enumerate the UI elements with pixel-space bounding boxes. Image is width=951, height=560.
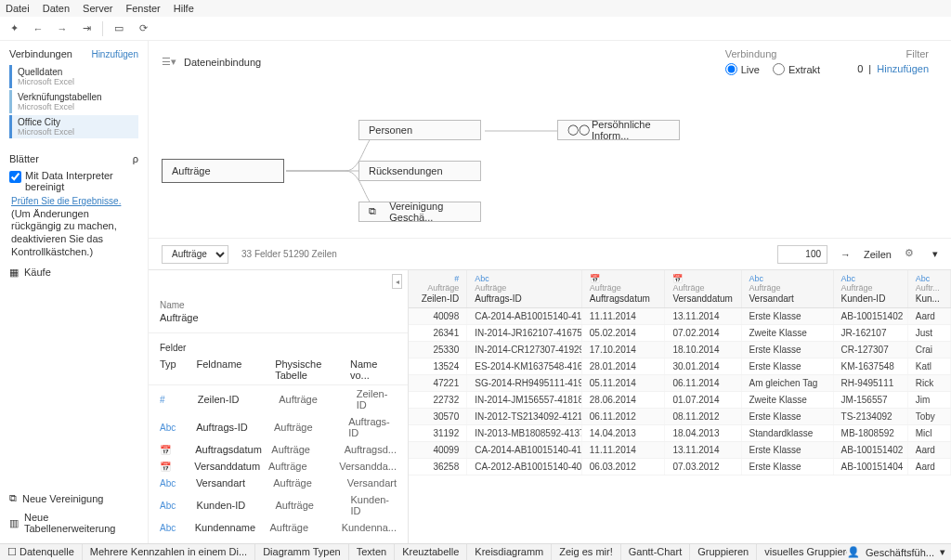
field-row[interactable]: 📅AuftragsdatumAufträgeAuftragsd...	[149, 441, 408, 458]
settings-icon[interactable]: ⚙	[905, 247, 919, 262]
connections-header: Verbindungen	[9, 48, 72, 59]
table-row[interactable]: 47221SG-2014-RH9495111-4194805.11.201406…	[409, 375, 951, 392]
sheet-tab[interactable]: Kreisdiagramm	[467, 544, 552, 561]
table-row[interactable]: 13524ES-2014-KM1637548-4166728.01.201430…	[409, 358, 951, 375]
sheet-tab[interactable]: Mehrere Kennzahlen in einem Di...	[83, 544, 255, 561]
column-header[interactable]: AbcAufträgeKunden-ID	[834, 270, 908, 307]
add-connection-link[interactable]: Hinzufügen	[91, 49, 138, 59]
table-row[interactable]: 31192IN-2013-MB1808592-4137814.04.201318…	[409, 425, 951, 442]
column-header[interactable]: 📅AufträgeAuftragsdatum	[582, 270, 666, 307]
sheet-tab[interactable]: visuelles Gruppieren	[757, 544, 847, 561]
table-row[interactable]: 25330IN-2014-CR127307-4192917.10.201418.…	[409, 342, 951, 358]
new-union-button[interactable]: ⧉ Neue Vereinigung	[9, 492, 138, 504]
connection-type-label: Verbindung	[725, 48, 820, 59]
field-row[interactable]: 📅VersanddatumAufträgeVersandda...	[149, 458, 408, 475]
interpreter-results-link[interactable]: Prüfen Sie die Ergebnisse.	[11, 196, 121, 206]
connection-item-selected[interactable]: Office City Microsoft Excel	[9, 115, 138, 138]
sheets-header: Blätter	[9, 153, 39, 164]
node-rucksendungen[interactable]: Rücksendungen	[358, 161, 481, 181]
connection-item[interactable]: Verknüfungstabellen Microsoft Excel	[9, 90, 138, 113]
sidebar: Verbindungen Hinzufügen Quelldaten Micro…	[0, 41, 149, 543]
column-header[interactable]: 📅AufträgeVersanddatum	[665, 270, 741, 307]
column-header[interactable]: AbcAufträgeVersandart	[742, 270, 834, 307]
node-personen[interactable]: Personen	[358, 120, 481, 140]
sheet-tab[interactable]: Gruppieren	[690, 544, 757, 561]
fields-panel: ◂ Name Aufträge Felder TypFeldnamePhysis…	[149, 270, 409, 543]
node-auftrage[interactable]: Aufträge	[162, 159, 284, 183]
mid-controls: Aufträge 33 Felder 51290 Zeilen → Zeilen…	[149, 238, 951, 269]
join-icon: ◯◯	[567, 124, 586, 137]
sheet-tabs: ☐ Datenquelle Mehrere Kennzahlen in eine…	[0, 543, 951, 560]
new-table-ext-button[interactable]: ▥ Neue Tabellenerweiterung	[9, 512, 138, 534]
search-icon[interactable]: ρ	[133, 153, 138, 164]
dropdown-icon[interactable]: ☰▾	[162, 56, 176, 68]
table-select[interactable]: Aufträge	[162, 245, 228, 264]
filter-count: 0	[857, 63, 863, 74]
node-vereinigung[interactable]: ⧉Vereinigung Geschä...	[358, 202, 481, 222]
refresh-icon[interactable]: ⟳	[135, 20, 151, 37]
field-row[interactable]: AbcAuftrags-IDAufträgeAuftrags-ID	[149, 413, 408, 441]
table-row[interactable]: 36258CA-2012-AB10015140-4097406.03.20120…	[409, 459, 951, 475]
name-value: Aufträge	[149, 312, 408, 333]
relationship-diagram: Aufträge Personen Rücksendungen ⧉Vereini…	[149, 75, 951, 238]
filter-add-link[interactable]: Hinzufügen	[877, 63, 929, 74]
table-row[interactable]: 22732IN-2014-JM156557-4181828.06.201401.…	[409, 392, 951, 409]
page-title: ☰▾ Dateneinbindung	[162, 56, 261, 68]
table-meta: 33 Felder 51290 Zeilen	[241, 249, 337, 259]
sheet-tab[interactable]: Gantt-Chart	[621, 544, 690, 561]
menu-bar: Datei Daten Server Fenster Hilfe	[0, 0, 951, 17]
collapse-left-icon[interactable]: ◂	[392, 274, 402, 289]
sheet-tab[interactable]: Kreuztabelle	[395, 544, 467, 561]
name-label: Name	[149, 293, 408, 312]
menu-window[interactable]: Fenster	[125, 3, 160, 14]
table-row[interactable]: 40099CA-2014-AB10015140-4195411.11.20141…	[409, 442, 951, 459]
union-icon: ⧉	[369, 205, 384, 218]
table-icon: ▦	[9, 267, 19, 279]
menu-file[interactable]: Datei	[6, 3, 30, 14]
column-header[interactable]: #AufträgeZeilen-ID	[409, 270, 467, 307]
union-icon: ⧉	[9, 492, 17, 504]
sheet-tab[interactable]: Zeig es mir!	[552, 544, 620, 561]
monitor-icon[interactable]: ▭	[111, 20, 127, 37]
live-radio[interactable]: Live	[725, 63, 760, 75]
menu-data[interactable]: Daten	[43, 3, 70, 14]
table-ext-icon: ▥	[9, 517, 19, 529]
data-interpreter-label: Mit Data Interpreter bereinigt	[25, 170, 138, 192]
column-header[interactable]: AbcAufträgeAuftrags-ID	[467, 270, 582, 307]
rows-arrow-icon[interactable]: →	[840, 249, 851, 260]
forward-icon[interactable]: →	[54, 20, 71, 37]
field-row[interactable]: AbcKundennameAufträgeKundenna...	[149, 519, 408, 536]
connection-item[interactable]: Quelldaten Microsoft Excel	[9, 65, 138, 88]
toolbar: ✦ ← → ⇥ ▭ ⟳	[0, 17, 951, 41]
fields-label: Felder	[149, 333, 408, 355]
node-personliche-info[interactable]: ◯◯Persöhnliche Inform...	[557, 120, 680, 140]
filter-label: Filter	[857, 48, 929, 59]
table-row[interactable]: 26341IN-2014-JR162107-4167505.02.201407.…	[409, 325, 951, 342]
back-icon[interactable]: ←	[30, 20, 46, 37]
extract-radio[interactable]: Extrakt	[773, 63, 820, 75]
table-row[interactable]: 40098CA-2014-AB10015140-4195411.11.20141…	[409, 308, 951, 325]
rows-input[interactable]	[777, 245, 827, 264]
field-row[interactable]: AbcVersandartAufträgeVersandart	[149, 475, 408, 491]
data-grid[interactable]: #AufträgeZeilen-IDAbcAufträgeAuftrags-ID…	[409, 270, 951, 543]
rows-label: Zeilen	[864, 249, 892, 260]
field-row[interactable]: AbcKunden-IDAufträgeKunden-ID	[149, 491, 408, 519]
field-row[interactable]: #Zeilen-IDAufträgeZeilen-ID	[149, 385, 408, 413]
data-interpreter-checkbox[interactable]	[9, 171, 21, 183]
menu-help[interactable]: Hilfe	[174, 3, 194, 14]
logo-icon: ✦	[6, 20, 22, 37]
tab-datasource[interactable]: ☐ Datenquelle	[0, 544, 83, 560]
status-text: Geschäftsfüh...	[866, 547, 934, 558]
sheet-tab[interactable]: Texten	[349, 544, 395, 561]
chevron-down-icon[interactable]: ▾	[932, 248, 938, 260]
interpreter-hint: (Um Änderungen rückgängig zu machen, dea…	[11, 208, 117, 257]
table-row[interactable]: 30570IN-2012-TS2134092-4121906.11.201208…	[409, 409, 951, 425]
save-icon[interactable]: ⇥	[78, 20, 95, 37]
menu-server[interactable]: Server	[83, 3, 112, 14]
sheet-tab[interactable]: Diagramm Typen	[255, 544, 349, 561]
column-header[interactable]: AbcAuftr...Kun...	[908, 270, 951, 307]
user-icon[interactable]: 👤	[847, 546, 860, 558]
sheet-kaufe[interactable]: ▦ Käufe	[9, 267, 138, 279]
